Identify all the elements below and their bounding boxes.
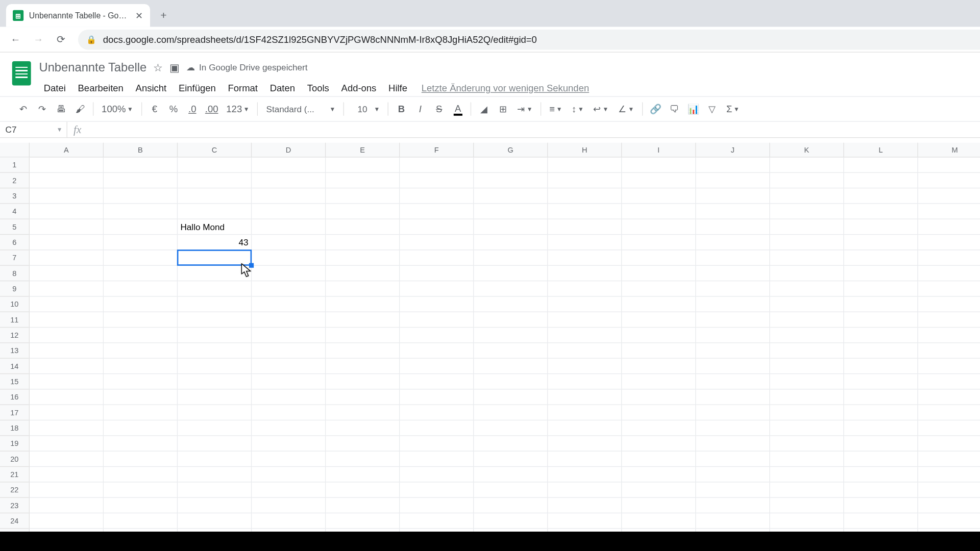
cell-L17[interactable] [844, 405, 918, 420]
cell-L23[interactable] [844, 498, 918, 513]
row-header-10[interactable]: 10 [0, 297, 29, 312]
cell-K17[interactable] [770, 405, 844, 420]
row-header-6[interactable]: 6 [0, 235, 29, 250]
cell-H23[interactable] [548, 498, 622, 513]
cell-A18[interactable] [30, 420, 104, 436]
cell-A19[interactable] [30, 436, 104, 452]
cell-L9[interactable] [844, 281, 918, 296]
row-header-8[interactable]: 8 [0, 266, 29, 281]
cell-E14[interactable] [326, 359, 400, 374]
cell-F4[interactable] [400, 204, 474, 219]
cell-F7[interactable] [400, 251, 474, 266]
cell-B24[interactable] [104, 513, 178, 529]
cell-L22[interactable] [844, 482, 918, 497]
cell-H7[interactable] [548, 251, 622, 266]
cell-K10[interactable] [770, 297, 844, 312]
cell-K6[interactable] [770, 235, 844, 250]
cell-B4[interactable] [104, 204, 178, 219]
cell-G14[interactable] [474, 359, 548, 374]
cell-M19[interactable] [918, 436, 980, 452]
cell-G17[interactable] [474, 405, 548, 420]
cell-J6[interactable] [696, 235, 770, 250]
cell-F20[interactable] [400, 452, 474, 467]
cell-M20[interactable] [918, 452, 980, 467]
cell-A2[interactable] [30, 173, 104, 188]
cell-J22[interactable] [696, 482, 770, 497]
cell-C21[interactable] [178, 467, 252, 482]
cell-C3[interactable] [178, 188, 252, 204]
cell-F24[interactable] [400, 513, 474, 529]
cell-H13[interactable] [548, 343, 622, 359]
cell-C16[interactable] [178, 390, 252, 405]
cell-J7[interactable] [696, 251, 770, 266]
sheets-logo-icon[interactable] [8, 60, 35, 87]
cell-A11[interactable] [30, 312, 104, 328]
cell-M23[interactable] [918, 498, 980, 513]
row-header-1[interactable]: 1 [0, 158, 29, 173]
cell-K24[interactable] [770, 513, 844, 529]
cell-F17[interactable] [400, 405, 474, 420]
cell-F3[interactable] [400, 188, 474, 204]
column-header-I[interactable]: I [622, 143, 696, 158]
cell-E18[interactable] [326, 420, 400, 436]
cell-D23[interactable] [252, 498, 326, 513]
cell-D3[interactable] [252, 188, 326, 204]
cell-G13[interactable] [474, 343, 548, 359]
cell-A8[interactable] [30, 266, 104, 281]
cell-M10[interactable] [918, 297, 980, 312]
cell-K1[interactable] [770, 158, 844, 173]
cell-C10[interactable] [178, 297, 252, 312]
cell-J10[interactable] [696, 297, 770, 312]
cell-K21[interactable] [770, 467, 844, 482]
cell-I14[interactable] [622, 359, 696, 374]
cell-A17[interactable] [30, 405, 104, 420]
cell-D8[interactable] [252, 266, 326, 281]
cell-K8[interactable] [770, 266, 844, 281]
row-header-15[interactable]: 15 [0, 374, 29, 389]
cell-D19[interactable] [252, 436, 326, 452]
cell-H4[interactable] [548, 204, 622, 219]
cell-E10[interactable] [326, 297, 400, 312]
cell-A23[interactable] [30, 498, 104, 513]
cell-B18[interactable] [104, 420, 178, 436]
cell-E5[interactable] [326, 219, 400, 235]
cell-G16[interactable] [474, 390, 548, 405]
cell-A21[interactable] [30, 467, 104, 482]
cell-H18[interactable] [548, 420, 622, 436]
cell-L6[interactable] [844, 235, 918, 250]
cell-M13[interactable] [918, 343, 980, 359]
strikethrough-button[interactable]: S [430, 100, 448, 117]
cell-B13[interactable] [104, 343, 178, 359]
cell-G18[interactable] [474, 420, 548, 436]
row-header-12[interactable]: 12 [0, 328, 29, 343]
merge-cells-button[interactable]: ⇥▼ [513, 104, 536, 114]
cell-J18[interactable] [696, 420, 770, 436]
cell-G2[interactable] [474, 173, 548, 188]
column-header-L[interactable]: L [844, 143, 918, 158]
cell-F2[interactable] [400, 173, 474, 188]
cell-G12[interactable] [474, 328, 548, 343]
cell-L7[interactable] [844, 251, 918, 266]
cell-G6[interactable] [474, 235, 548, 250]
cell-A14[interactable] [30, 359, 104, 374]
row-header-17[interactable]: 17 [0, 405, 29, 420]
cell-M4[interactable] [918, 204, 980, 219]
cell-I20[interactable] [622, 452, 696, 467]
font-size-select[interactable]: 10▼ [348, 104, 384, 114]
cell-B20[interactable] [104, 452, 178, 467]
row-header-16[interactable]: 16 [0, 390, 29, 405]
cell-C24[interactable] [178, 513, 252, 529]
fill-color-button[interactable]: ◢ [475, 100, 493, 117]
cell-E12[interactable] [326, 328, 400, 343]
cell-H21[interactable] [548, 467, 622, 482]
menu-format[interactable]: Format [223, 80, 262, 96]
cell-A5[interactable] [30, 219, 104, 235]
cell-B2[interactable] [104, 173, 178, 188]
cell-F13[interactable] [400, 343, 474, 359]
cell-H12[interactable] [548, 328, 622, 343]
cell-C4[interactable] [178, 204, 252, 219]
cell-E15[interactable] [326, 374, 400, 389]
cell-G15[interactable] [474, 374, 548, 389]
cell-B16[interactable] [104, 390, 178, 405]
cell-M21[interactable] [918, 467, 980, 482]
